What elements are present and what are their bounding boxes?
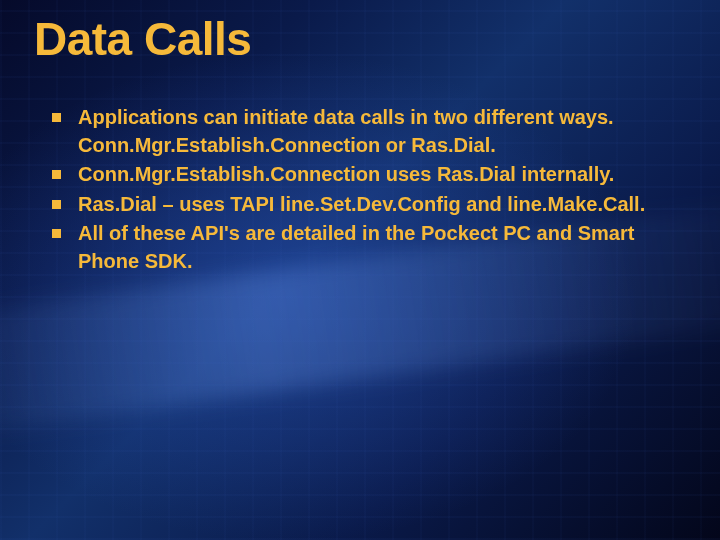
bullet-icon — [52, 113, 61, 122]
bullet-text: Applications can initiate data calls in … — [78, 106, 614, 156]
slide: Data Calls Applications can initiate dat… — [0, 0, 720, 540]
list-item: All of these API's are detailed in the P… — [52, 220, 686, 275]
bullet-icon — [52, 229, 61, 238]
slide-title: Data Calls — [34, 12, 686, 66]
bullet-icon — [52, 200, 61, 209]
list-item: Applications can initiate data calls in … — [52, 104, 686, 159]
bullet-text: Ras.Dial – uses TAPI line.Set.Dev.Config… — [78, 193, 645, 215]
bullet-text: Conn.Mgr.Establish.Connection uses Ras.D… — [78, 163, 614, 185]
bullet-icon — [52, 170, 61, 179]
bullet-list: Applications can initiate data calls in … — [34, 104, 686, 276]
list-item: Ras.Dial – uses TAPI line.Set.Dev.Config… — [52, 191, 686, 219]
bullet-text: All of these API's are detailed in the P… — [78, 222, 634, 272]
list-item: Conn.Mgr.Establish.Connection uses Ras.D… — [52, 161, 686, 189]
